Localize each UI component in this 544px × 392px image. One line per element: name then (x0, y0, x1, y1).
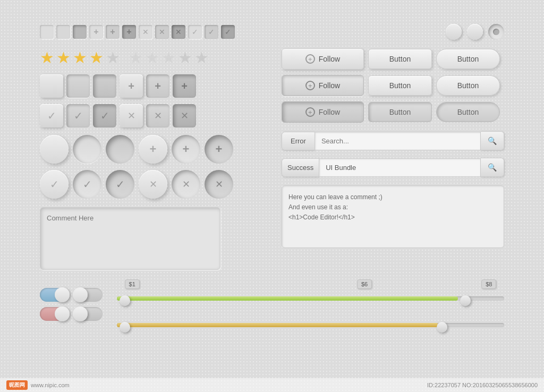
slider-green-max-label: $8 (481, 279, 496, 289)
slider-orange-knob-left[interactable] (120, 322, 130, 333)
search-icon-error: 🔍 (488, 137, 497, 145)
circle-x-2[interactable]: ✕ (172, 170, 200, 199)
button-normal-2[interactable]: Button (368, 75, 432, 96)
nipic-url: www.nipic.com (31, 382, 70, 388)
star2-filled-3[interactable]: ★ (162, 48, 176, 67)
star2-empty-2[interactable]: ★ (194, 48, 209, 67)
follow-btn-2[interactable]: + Follow (282, 75, 364, 96)
star2-empty-1[interactable]: ★ (178, 48, 192, 67)
sq-btn-inset[interactable] (93, 74, 116, 98)
x-sq-1[interactable]: ✕ (120, 104, 143, 127)
checkbox-plus-1[interactable]: + (89, 25, 103, 39)
sq-btn-plus-2[interactable]: + (146, 74, 169, 98)
comment-right[interactable]: Here you can leave a comment ;) And even… (282, 185, 504, 248)
slider-green-knob-left[interactable] (120, 295, 130, 306)
radio-selected[interactable] (488, 24, 504, 40)
checkbox-dark-1[interactable] (73, 25, 87, 39)
star-empty-1[interactable]: ★ (106, 48, 120, 67)
watermark-id: ID:22237057 NO:20160325065538656000 (427, 382, 538, 388)
toggle-blue-on[interactable] (40, 288, 69, 302)
success-tag: Success (282, 158, 319, 177)
circle-check-2[interactable]: ✓ (73, 170, 101, 199)
button-pill-3[interactable]: Button (436, 102, 500, 122)
checkbox-x-2[interactable]: ✕ (155, 25, 169, 39)
toggle-grey-off-1[interactable] (73, 288, 103, 302)
button-normal-1[interactable]: Button (368, 49, 432, 69)
slider-green-track (117, 296, 504, 301)
search-input-error[interactable] (314, 132, 481, 150)
star2-filled-2[interactable]: ★ (145, 48, 159, 67)
star-filled-4[interactable]: ★ (89, 48, 104, 67)
follow-btn-1[interactable]: + Follow (282, 48, 364, 70)
star-filled-1[interactable]: ★ (40, 48, 54, 67)
star-filled-2[interactable]: ★ (56, 48, 71, 67)
button-pill-1[interactable]: Button (436, 49, 500, 69)
error-tag: Error (282, 132, 314, 150)
circle-btn-inset[interactable] (106, 135, 134, 164)
search-btn-error[interactable]: 🔍 (481, 131, 504, 150)
sq-btn-empty-2[interactable] (66, 74, 90, 98)
checkbox-empty-2[interactable] (56, 25, 70, 39)
search-input-success[interactable] (319, 158, 481, 177)
slider-green-fill (117, 296, 458, 301)
x-sq-dark[interactable]: ✕ (173, 104, 196, 127)
slider-green-min-label: $1 (125, 279, 140, 289)
star-filled-3[interactable]: ★ (73, 48, 87, 67)
toggle-pink-on[interactable] (40, 307, 69, 321)
slider-orange-fill (117, 323, 438, 327)
x-sq-2[interactable]: ✕ (146, 104, 169, 127)
circle-x-1[interactable]: ✕ (139, 170, 167, 199)
circle-plus-1[interactable]: + (139, 135, 167, 164)
slider-green-knob-right[interactable] (460, 295, 471, 306)
checkbox-plus-2[interactable]: + (106, 25, 120, 39)
checkbox-empty-1[interactable] (40, 25, 54, 39)
circle-btn-1[interactable] (40, 135, 69, 164)
chk-sq-dark[interactable]: ✓ (93, 104, 116, 127)
sq-btn-empty-1[interactable] (40, 74, 63, 98)
star2-filled-1[interactable]: ★ (129, 48, 143, 67)
sq-btn-plus-dark[interactable]: + (173, 74, 196, 98)
watermark: 昵图网 www.nipic.com ID:22237057 NO:2016032… (0, 378, 544, 392)
button-pill-2[interactable]: Button (436, 75, 500, 96)
circle-check-dark[interactable]: ✓ (106, 170, 134, 199)
circle-btn-2[interactable] (73, 135, 101, 164)
circle-x-dark[interactable]: ✕ (205, 170, 233, 199)
radio-off-2[interactable] (467, 24, 483, 40)
chk-sq-2[interactable]: ✓ (66, 104, 90, 127)
chk-sq-1[interactable]: ✓ (40, 104, 63, 127)
nipic-brand: 昵图网 (6, 380, 28, 390)
comment-input[interactable] (40, 207, 220, 270)
circle-check-1[interactable]: ✓ (40, 170, 69, 199)
toggle-grey-off-2[interactable] (73, 307, 103, 321)
checkbox-check-2[interactable]: ✓ (205, 25, 218, 39)
checkbox-x-dark[interactable]: ✕ (172, 25, 185, 39)
follow-btn-3[interactable]: + Follow (282, 101, 364, 123)
search-btn-success[interactable]: 🔍 (481, 158, 504, 177)
checkbox-check-1[interactable]: ✓ (188, 25, 202, 39)
checkbox-x-1[interactable]: ✕ (139, 25, 152, 39)
button-normal-3[interactable]: Button (368, 102, 432, 122)
circle-plus-dark[interactable]: + (205, 135, 233, 164)
checkbox-check-dark[interactable]: ✓ (221, 25, 235, 39)
search-icon-success: 🔍 (488, 163, 497, 172)
slider-green-mid-label: $6 (357, 279, 372, 289)
sq-btn-plus-1[interactable]: + (120, 74, 143, 98)
circle-plus-2[interactable]: + (172, 135, 200, 164)
checkbox-darkplus[interactable]: + (122, 25, 136, 39)
slider-orange-knob-right[interactable] (437, 322, 447, 333)
radio-off-1[interactable] (446, 24, 462, 40)
